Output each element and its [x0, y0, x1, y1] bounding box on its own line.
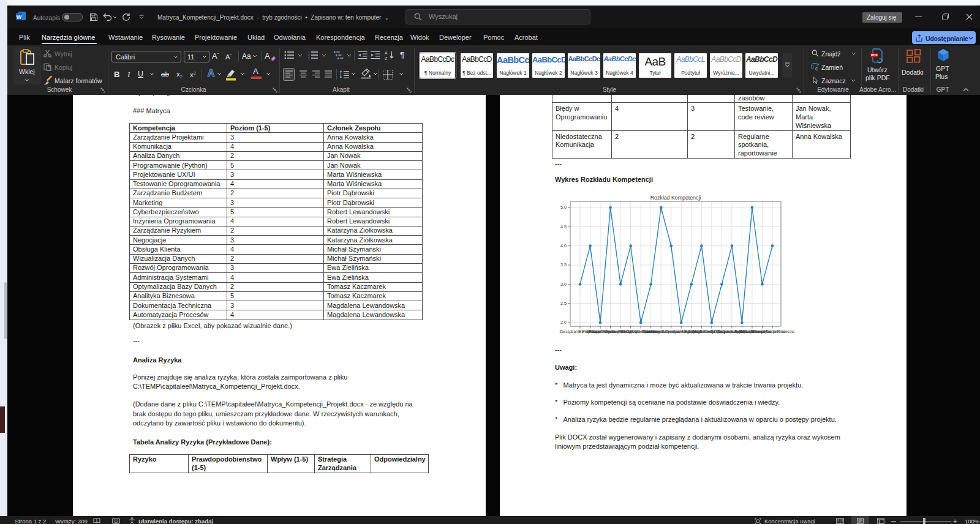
svg-text:4.5: 4.5 — [560, 224, 567, 230]
svg-text:c: c — [815, 66, 818, 71]
svg-text:2.0: 2.0 — [560, 320, 567, 325]
svg-text:4.0: 4.0 — [560, 243, 567, 249]
svg-text:3: 3 — [308, 57, 310, 59]
svg-text:A: A — [208, 68, 215, 78]
svg-text:2.5: 2.5 — [560, 301, 567, 306]
svg-text:Rozkład Kompetencji: Rozkład Kompetencji — [650, 195, 701, 201]
svg-text:Z: Z — [385, 56, 388, 61]
svg-text:A: A — [385, 51, 388, 55]
svg-text:W: W — [17, 14, 22, 20]
svg-text:3.5: 3.5 — [560, 262, 567, 268]
svg-text:5.0: 5.0 — [560, 204, 567, 210]
svg-text:Automatyzacja Procesów: Automatyzacja Procesów — [750, 329, 794, 334]
svg-text:3.0: 3.0 — [560, 282, 567, 287]
svg-text:PDF: PDF — [871, 53, 878, 57]
svg-text:b: b — [811, 64, 814, 70]
